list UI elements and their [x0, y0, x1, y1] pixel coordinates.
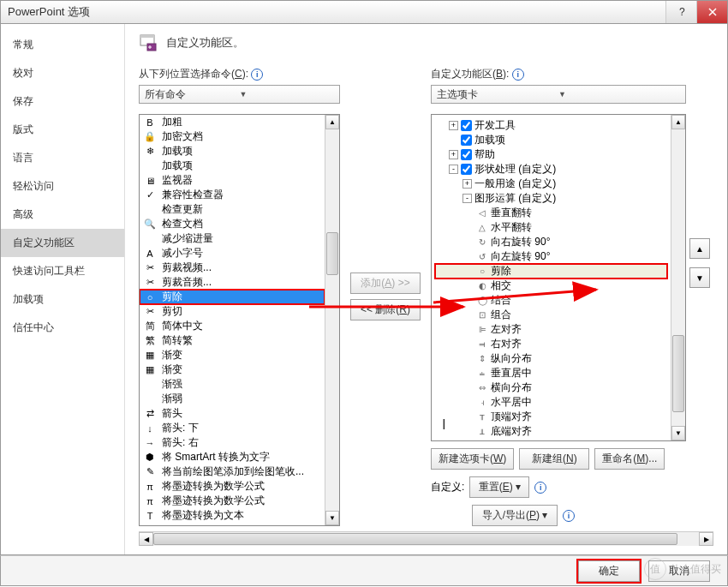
sidebar-item-accessibility[interactable]: 轻松访问: [1, 172, 124, 201]
tree-cmd[interactable]: ⫫底端对齐: [435, 424, 667, 439]
command-item[interactable]: 简简体中文: [140, 319, 325, 333]
new-group-button[interactable]: 新建组(N): [519, 448, 589, 470]
tree-tab[interactable]: +开发工具: [435, 118, 667, 133]
tree-cmd[interactable]: ⇔横向分布: [435, 380, 667, 395]
scrollbar-vertical[interactable]: ▲ ▼: [325, 115, 339, 525]
tree-cmd[interactable]: ↺向左旋转 90°: [435, 249, 667, 264]
sidebar-item-save[interactable]: 保存: [1, 87, 124, 116]
command-item[interactable]: A减小字号: [140, 246, 325, 261]
scroll-thumb[interactable]: [672, 335, 684, 412]
tree-cmd[interactable]: ⊫左对齐: [435, 322, 667, 337]
command-item[interactable]: ✂剪裁音频...: [140, 275, 325, 290]
tree-cmd[interactable]: ◐相交: [435, 279, 667, 293]
tree-tab[interactable]: 加载项: [435, 133, 667, 147]
tree-cmd[interactable]: ⇕纵向分布: [435, 351, 667, 366]
scroll-up-button[interactable]: ▲: [325, 115, 339, 129]
tree-group[interactable]: -图形运算 (自定义): [435, 191, 667, 206]
scroll-down-button[interactable]: ▼: [671, 426, 685, 440]
command-item[interactable]: 渐弱: [140, 392, 325, 406]
ribbon-target-dropdown[interactable]: 主选项卡 ▼: [431, 85, 686, 104]
reset-button[interactable]: 重置(E) ▾: [469, 476, 529, 498]
command-item[interactable]: 🖥监视器: [140, 173, 325, 188]
close-button[interactable]: [696, 1, 727, 23]
command-item[interactable]: π将墨迹转换为数学公式: [140, 494, 325, 508]
tree-tab[interactable]: -形状处理 (自定义): [435, 162, 667, 177]
scroll-left-button[interactable]: ◀: [139, 532, 153, 546]
command-item[interactable]: ⬢将 SmartArt 转换为文字: [140, 450, 325, 464]
command-item[interactable]: ○剪除: [140, 290, 325, 304]
command-item[interactable]: ✓兼容性检查器: [140, 188, 325, 202]
info-icon[interactable]: i: [512, 69, 524, 81]
tree-cmd[interactable]: ⫨垂直居中: [435, 366, 667, 380]
expand-icon[interactable]: +: [462, 179, 472, 189]
command-item[interactable]: T将墨迹转换为文本: [140, 508, 325, 523]
scroll-down-button[interactable]: ▼: [325, 511, 339, 525]
info-icon[interactable]: i: [251, 69, 263, 81]
ok-button[interactable]: 确定: [578, 560, 640, 582]
new-tab-button[interactable]: 新建选项卡(W): [431, 448, 514, 470]
help-button[interactable]: ?: [665, 1, 696, 23]
sidebar-item-advanced[interactable]: 高级: [1, 201, 124, 229]
info-icon[interactable]: i: [563, 510, 575, 522]
scroll-thumb[interactable]: [326, 232, 338, 275]
command-item[interactable]: ✂剪切: [140, 304, 325, 319]
tree-tab[interactable]: +帮助: [435, 147, 667, 162]
tab-checkbox[interactable]: [461, 164, 472, 175]
rename-button[interactable]: 重命名(M)...: [594, 448, 665, 470]
tab-checkbox[interactable]: [461, 135, 472, 146]
command-item[interactable]: B加粗: [140, 115, 325, 129]
command-item[interactable]: ▦渐变: [140, 362, 325, 377]
expand-icon[interactable]: +: [449, 121, 458, 130]
scroll-up-button[interactable]: ▲: [671, 115, 685, 129]
command-item[interactable]: →箭头: 右: [140, 435, 325, 450]
command-item[interactable]: ⇄箭头: [140, 406, 325, 421]
command-item[interactable]: 减少缩进量: [140, 231, 325, 246]
move-down-button[interactable]: ▼: [689, 267, 710, 288]
sidebar-item-general[interactable]: 常规: [1, 31, 124, 59]
command-item[interactable]: 渐强: [140, 377, 325, 392]
command-item[interactable]: 🔍检查文档: [140, 217, 325, 231]
command-item[interactable]: π将墨迹转换为数学公式: [140, 479, 325, 494]
command-item[interactable]: ❄加载项: [140, 144, 325, 159]
tree-cmd[interactable]: ⫤右对齐: [435, 337, 667, 351]
command-item[interactable]: ✎将当前绘图笔添加到绘图笔收...: [140, 464, 325, 479]
tree-cmd[interactable]: ○剪除: [435, 264, 667, 279]
sidebar-item-proofing[interactable]: 校对: [1, 59, 124, 87]
tree-cmd[interactable]: ↻向右旋转 90°: [435, 235, 667, 249]
commands-list[interactable]: B加粗🔒加密文档❄加载项加载项🖥监视器✓兼容性检查器检查更新🔍检查文档减少缩进量…: [139, 114, 340, 526]
sidebar-item-layout[interactable]: 版式: [1, 116, 124, 144]
sidebar-item-addins[interactable]: 加载项: [1, 285, 124, 314]
command-item[interactable]: 繁简转繁: [140, 333, 325, 348]
tab-checkbox[interactable]: [461, 149, 472, 160]
tree-cmd[interactable]: ◯结合: [435, 293, 667, 308]
tree-group[interactable]: +一般用途 (自定义): [435, 177, 667, 191]
horizontal-scrollbar[interactable]: ◀ ▶: [139, 531, 713, 546]
tree-cmd[interactable]: ◁垂直翻转: [435, 206, 667, 220]
sidebar-item-language[interactable]: 语言: [1, 144, 124, 172]
info-icon[interactable]: i: [534, 482, 546, 494]
sidebar-item-customize-ribbon[interactable]: 自定义功能区: [1, 229, 124, 257]
tree-cmd[interactable]: ⊡组合: [435, 308, 667, 322]
command-item[interactable]: ▦渐变: [140, 348, 325, 362]
command-item[interactable]: 检查更新: [140, 202, 325, 217]
tree-cmd[interactable]: ⫞水平居中: [435, 395, 667, 410]
scroll-thumb[interactable]: [153, 533, 677, 545]
remove-button[interactable]: << 删除(R): [350, 299, 421, 320]
expand-icon[interactable]: +: [449, 150, 458, 159]
command-item[interactable]: 加载项: [140, 159, 325, 173]
scroll-right-button[interactable]: ▶: [699, 532, 713, 546]
add-button[interactable]: 添加(A) >>: [350, 273, 421, 294]
scrollbar-vertical[interactable]: ▲ ▼: [671, 115, 685, 440]
command-item[interactable]: ↓箭头: 下: [140, 421, 325, 435]
command-item[interactable]: ✂剪裁视频...: [140, 261, 325, 275]
collapse-icon[interactable]: -: [449, 165, 458, 174]
tree-cmd[interactable]: △水平翻转: [435, 220, 667, 235]
move-up-button[interactable]: ▲: [689, 238, 710, 259]
collapse-icon[interactable]: -: [462, 194, 472, 203]
tab-checkbox[interactable]: [461, 120, 472, 131]
tree-cmd[interactable]: ⫪顶端对齐: [435, 410, 667, 424]
import-export-button[interactable]: 导入/导出(P) ▾: [472, 505, 558, 526]
command-item[interactable]: 🔒加密文档: [140, 129, 325, 144]
ribbon-tree[interactable]: +开发工具加载项+帮助-形状处理 (自定义)+一般用途 (自定义)-图形运算 (…: [431, 114, 686, 441]
sidebar-item-trust[interactable]: 信任中心: [1, 314, 124, 342]
